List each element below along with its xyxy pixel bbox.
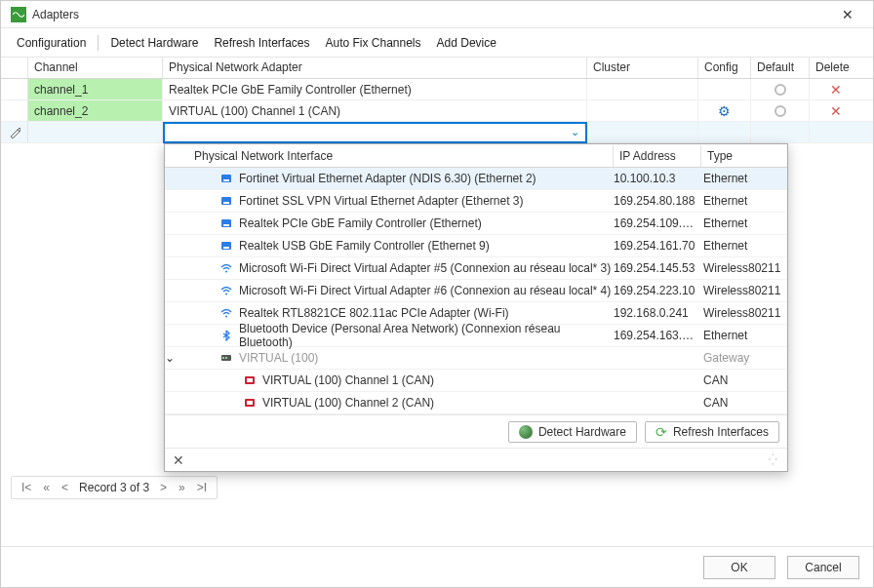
eth-icon	[219, 217, 233, 229]
adapter-cell[interactable]: VIRTUAL (100) Channel 1 (CAN)	[163, 100, 587, 121]
delete-x-icon[interactable]: ✕	[830, 82, 842, 98]
interface-type: Ethernet	[701, 239, 787, 253]
grid-header-delete[interactable]: Delete	[810, 58, 862, 78]
svg-rect-3	[223, 202, 229, 204]
pager-prev-button[interactable]: <	[58, 481, 72, 494]
interface-row[interactable]: Microsoft Wi-Fi Direct Virtual Adapter #…	[165, 257, 787, 280]
titlebar: Adapters ✕	[1, 1, 873, 28]
popup-header-type[interactable]: Type	[701, 145, 787, 167]
adapter-combo-editor[interactable]: ⌄	[163, 122, 587, 143]
interface-name: VIRTUAL (100) Channel 2 (CAN)	[262, 396, 614, 410]
interface-type: Wireless80211	[701, 306, 787, 320]
menu-configuration[interactable]: Configuration	[11, 32, 92, 54]
svg-rect-17	[247, 401, 253, 405]
svg-rect-5	[223, 224, 229, 226]
svg-point-13	[225, 357, 227, 359]
popup-close-button[interactable]: ✕	[173, 452, 184, 468]
can-icon	[243, 397, 257, 409]
grid-row[interactable]: channel_2VIRTUAL (100) Channel 1 (CAN)⚙✕	[1, 100, 873, 122]
interface-ip: 169.254.223.10	[614, 284, 701, 297]
svg-point-8	[225, 271, 227, 273]
popup-refresh-interfaces-button[interactable]: ⟳ Refresh Interfaces	[645, 421, 779, 443]
chevron-down-icon[interactable]: ⌄	[566, 126, 583, 138]
popup-detect-hardware-button[interactable]: Detect Hardware	[508, 421, 637, 443]
interface-name: Microsoft Wi-Fi Direct Virtual Adapter #…	[239, 284, 614, 297]
grid-header: Channel Physical Network Adapter Cluster…	[1, 58, 873, 79]
pager-prev-page-button[interactable]: «	[39, 481, 54, 494]
default-cell[interactable]	[751, 100, 810, 121]
interface-row[interactable]: Fortinet SSL VPN Virtual Ethernet Adapte…	[165, 190, 787, 213]
interface-name: Bluetooth Device (Personal Area Network)…	[239, 322, 614, 349]
eth-icon	[219, 195, 233, 207]
config-cell[interactable]	[698, 79, 751, 99]
interface-row[interactable]: VIRTUAL (100) Channel 1 (CAN)CAN	[165, 370, 787, 392]
interface-row[interactable]: Microsoft Wi-Fi Direct Virtual Adapter #…	[165, 280, 787, 302]
resize-grip-icon[interactable]: ⁛	[769, 453, 779, 466]
interface-row[interactable]: Realtek PCIe GbE Family Controller (Ethe…	[165, 213, 787, 235]
edit-channel-cell[interactable]	[28, 122, 163, 142]
interface-row[interactable]: Realtek USB GbE Family Controller (Ether…	[165, 235, 787, 257]
pager-next-button[interactable]: >	[156, 481, 171, 494]
cancel-button[interactable]: Cancel	[787, 556, 859, 579]
interface-row[interactable]: Fortinet Virtual Ethernet Adapter (NDIS …	[165, 168, 787, 190]
svg-point-9	[225, 294, 227, 295]
interface-row[interactable]: Bluetooth Device (Personal Area Network)…	[165, 325, 787, 347]
window-title: Adapters	[32, 8, 832, 21]
config-cell[interactable]: ⚙	[698, 100, 751, 121]
pager-last-button[interactable]: >I	[193, 481, 211, 494]
radio-off-icon[interactable]	[775, 105, 786, 117]
pager-next-page-button[interactable]: »	[175, 481, 189, 494]
interface-name: Realtek PCIe GbE Family Controller (Ethe…	[239, 216, 614, 230]
wifi-icon	[219, 262, 233, 274]
ok-button[interactable]: OK	[703, 556, 775, 579]
popup-header-name[interactable]: Physical Network Interface	[188, 145, 614, 167]
radio-off-icon[interactable]	[775, 84, 786, 96]
interface-row[interactable]: VIRTUAL (100) Channel 2 (CAN)CAN	[165, 392, 787, 414]
pager-first-button[interactable]: I<	[18, 481, 35, 494]
svg-point-12	[222, 357, 224, 359]
wifi-icon	[219, 307, 233, 319]
interface-type: Ethernet	[701, 329, 787, 342]
interface-ip: 192.168.0.241	[614, 306, 701, 320]
popup-header-ip[interactable]: IP Address	[614, 145, 701, 167]
grid-header-config[interactable]: Config	[698, 58, 751, 78]
interface-name: Microsoft Wi-Fi Direct Virtual Adapter #…	[239, 261, 614, 275]
eth-icon	[219, 173, 233, 184]
pager-text: Record 3 of 3	[76, 481, 152, 494]
menu-separator	[98, 35, 99, 51]
grid-header-adapter[interactable]: Physical Network Adapter	[163, 58, 587, 78]
menu-detect-hardware[interactable]: Detect Hardware	[104, 32, 204, 54]
interface-name: Realtek USB GbE Family Controller (Ether…	[239, 239, 614, 253]
delete-x-icon[interactable]: ✕	[830, 103, 842, 119]
grid-row[interactable]: channel_1Realtek PCIe GbE Family Control…	[1, 79, 873, 100]
cluster-cell[interactable]	[587, 79, 698, 99]
default-cell[interactable]	[751, 79, 810, 99]
interface-name: Fortinet SSL VPN Virtual Ethernet Adapte…	[239, 194, 614, 208]
interface-row[interactable]: ⌄VIRTUAL (100)Gateway	[165, 347, 787, 370]
grid-header-channel[interactable]: Channel	[28, 58, 163, 78]
refresh-icon: ⟳	[656, 425, 667, 439]
wifi-icon	[219, 285, 233, 296]
interface-type: Wireless80211	[701, 284, 787, 297]
channel-cell[interactable]: channel_1	[28, 79, 163, 99]
cluster-cell[interactable]	[587, 100, 698, 121]
interface-type: CAN	[701, 396, 787, 410]
adapter-cell[interactable]: Realtek PCIe GbE Family Controller (Ethe…	[163, 79, 587, 99]
can-icon	[243, 374, 257, 386]
interface-name: VIRTUAL (100)	[239, 351, 614, 365]
grid-header-default[interactable]: Default	[751, 58, 810, 78]
interface-name: Realtek RTL8821CE 802.11ac PCIe Adapter …	[239, 306, 614, 320]
menu-add-device[interactable]: Add Device	[431, 32, 502, 54]
window-close-button[interactable]: ✕	[832, 3, 863, 26]
delete-cell[interactable]: ✕	[810, 79, 862, 99]
channel-cell[interactable]: channel_2	[28, 100, 163, 121]
gear-icon[interactable]: ⚙	[718, 103, 731, 119]
gw-icon	[219, 352, 233, 364]
menu-refresh-interfaces[interactable]: Refresh Interfaces	[208, 32, 315, 54]
interface-type: Ethernet	[701, 194, 787, 208]
menu-auto-fix-channels[interactable]: Auto Fix Channels	[319, 32, 426, 54]
svg-point-10	[225, 316, 227, 318]
grid-header-cluster[interactable]: Cluster	[587, 58, 698, 78]
delete-cell[interactable]: ✕	[810, 100, 862, 121]
chevron-down-icon[interactable]: ⌄	[165, 351, 175, 365]
